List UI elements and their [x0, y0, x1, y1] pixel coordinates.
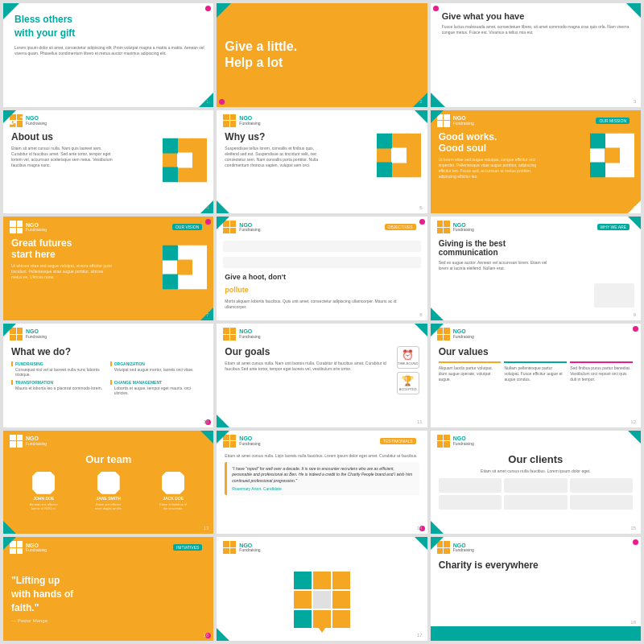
svg-rect-44 [294, 610, 312, 628]
svg-rect-12 [406, 147, 421, 163]
r6c3-title: Charity is everywhere [439, 559, 633, 571]
svg-rect-35 [163, 274, 178, 289]
svg-rect-15 [391, 147, 407, 163]
slide-r6c2: NGO Fundraising [217, 537, 427, 641]
r6c1-quote: "Lifting up with hands of faith." [11, 574, 205, 614]
r1c3-text: Fusce luctus malesuada amet, consectetue… [442, 24, 633, 35]
svg-rect-29 [163, 259, 178, 275]
slide-r2c2: NGO Fundraising Why u [217, 110, 427, 214]
svg-rect-23 [619, 162, 634, 177]
client-box-6 [570, 495, 633, 510]
client-box-3 [570, 478, 633, 493]
x-decoration-r2c2 [377, 133, 421, 177]
svg-rect-7 [163, 138, 178, 153]
slide-r3c3: NGO Fundraising WHY WE ARE Giving is the… [431, 217, 641, 320]
page-num-5: 5 [419, 205, 422, 210]
r5c3-title: Our clients [439, 453, 633, 465]
page-num-13: 13 [204, 526, 209, 530]
logo-sub-r6c3: Fundraising [453, 548, 474, 553]
page-num-15: 15 [630, 526, 636, 530]
r2c1-title: About us [11, 131, 113, 142]
logo-sub-r6c2: Fundraising [239, 548, 260, 553]
goal-time: ⏰ TIME-BOUND [397, 346, 419, 369]
r3c3-text: Sed ex augue auctor. Aenean vel accumsan… [439, 260, 551, 271]
ngo-logo-r5c1: NGO Fundraising [3, 431, 213, 452]
svg-rect-0 [177, 138, 192, 153]
client-box-2 [504, 478, 567, 493]
page-num-4: 4 [206, 205, 208, 210]
svg-rect-33 [177, 259, 192, 275]
r5c1-title: Our team [11, 453, 205, 465]
col1-item1: FUNDRAISING Consequat nisi vel at laoree… [11, 361, 107, 377]
page-num-8: 8 [419, 312, 422, 317]
r1c1-text: Lorem ipsum dolor sit amet, consectetur … [14, 45, 205, 56]
svg-rect-26 [590, 162, 605, 177]
svg-rect-6 [177, 152, 192, 167]
ngo-logo-r6c3: NGO Fundraising [431, 537, 641, 558]
logo-sub-r4c2: Fundraising [239, 335, 260, 340]
badge-r2c3: OUR MISSION [596, 118, 630, 124]
svg-rect-37 [332, 572, 350, 589]
logo-sub-r2c2: Fundraising [239, 122, 260, 126]
r4c3-title: Our values [439, 346, 633, 357]
badge-r3c2: OBJECTIVES [385, 224, 416, 230]
svg-rect-21 [619, 147, 634, 163]
col1-item2: ORGANIZATION Volutpat sed augue mortor, … [110, 361, 206, 377]
r5c2-text: Etiam sit amet cursus nulla. Liqin laore… [225, 453, 419, 459]
col1-item4: CHANGE MANAGEMENT Lobortis et augue, tem… [110, 380, 206, 395]
values-col2: Nullam pellentesque partur volutpat. Fus… [504, 361, 567, 382]
team-member-2: JANE SMITH Etiam sos efficitur amet dagi… [93, 472, 125, 510]
values-col1: Aliquam laorlis partur volutpat. dium au… [439, 361, 502, 382]
ngo-logo-r3c1: NGO Fundraising OUR VISION [3, 217, 213, 237]
team-member-3: JACK DOE Etiam el funtibus of dui nescen… [157, 472, 189, 510]
logo-sub-r5c3: Fundraising [453, 442, 474, 447]
svg-rect-10 [406, 133, 421, 148]
ngo-logo-r6c1: NGO Fundraising INITIATIVES [3, 537, 213, 558]
r2c2-text: Suspendisse tellus lorem, convallis et f… [225, 146, 326, 168]
page-num-12: 12 [630, 419, 636, 424]
page-num-14: 14 [417, 526, 423, 530]
slide-r1c2: Give a little. Help a lot 2 [217, 3, 427, 107]
r3c3-title: Giving is the best communication [439, 239, 551, 257]
client-box-5 [504, 495, 567, 510]
ngo-logo-r2c2: NGO Fundraising [217, 110, 427, 131]
ngo-logo-r4c2: NGO Fundraising [217, 324, 427, 345]
svg-rect-27 [177, 245, 192, 260]
svg-rect-11 [377, 147, 392, 163]
svg-rect-3 [192, 152, 207, 167]
slide-r5c1: NGO Fundraising Our team JOHN DOE Aenean… [3, 431, 213, 535]
svg-rect-30 [192, 259, 207, 275]
r2c3-title: Good works. Good soul [439, 131, 540, 154]
logo-sub-r2c1: Fundraising [26, 122, 47, 126]
r2c3-text: Ut lorem vitae sed augue volutpat, congu… [439, 157, 540, 180]
r3c2-subtitle: pollute [225, 286, 249, 294]
ngo-logo-r6c2: NGO Fundraising [217, 537, 427, 558]
svg-rect-4 [177, 167, 192, 182]
r3c2-text: Morbi aliquam lobortis faucibus. Quis un… [225, 299, 419, 310]
ngo-logo-r3c2: NGO Fundraising OBJECTIVES [217, 217, 427, 237]
svg-rect-41 [332, 610, 350, 628]
r3c2-title: Give a hoot, don't [225, 273, 419, 281]
page-num-18: 18 [630, 620, 636, 625]
ngo-logo-r5c3: NGO Fundraising [431, 431, 641, 452]
page-num-16: 16 [204, 633, 209, 638]
badge-r3c1: OUR VISION [172, 224, 202, 230]
client-box-4 [439, 495, 502, 510]
svg-rect-28 [192, 245, 207, 260]
slide-r3c1: NGO Fundraising OUR VISION [3, 217, 213, 320]
svg-rect-24 [605, 147, 620, 163]
r5c2-author: Rosemary Arton, Candidate [232, 486, 414, 491]
logo-sub-r2c3: Fundraising [453, 122, 474, 126]
r1c2-title: Give a little. Help a lot [225, 39, 297, 72]
slide-r3c2: NGO Fundraising OBJECTIVES Give a hoot, … [217, 217, 427, 320]
r2c1-text: Etiam sit amet cursus nulla. Nam quis la… [11, 146, 113, 168]
svg-rect-2 [163, 152, 178, 167]
x-decoration-r3c1 [163, 245, 207, 289]
badge-r5c2: TESTIMONIALS [380, 438, 416, 444]
page-num-6: 6 [634, 205, 636, 210]
x-decoration-r6c2 [294, 572, 350, 628]
svg-rect-5 [192, 167, 207, 182]
page-num-3: 3 [634, 99, 636, 104]
slide-r6c1: NGO Fundraising INITIATIVES "Lifting up … [3, 537, 213, 641]
r4c2-text: Etiam sit amet cursus nulla. Nam unit la… [225, 361, 391, 372]
